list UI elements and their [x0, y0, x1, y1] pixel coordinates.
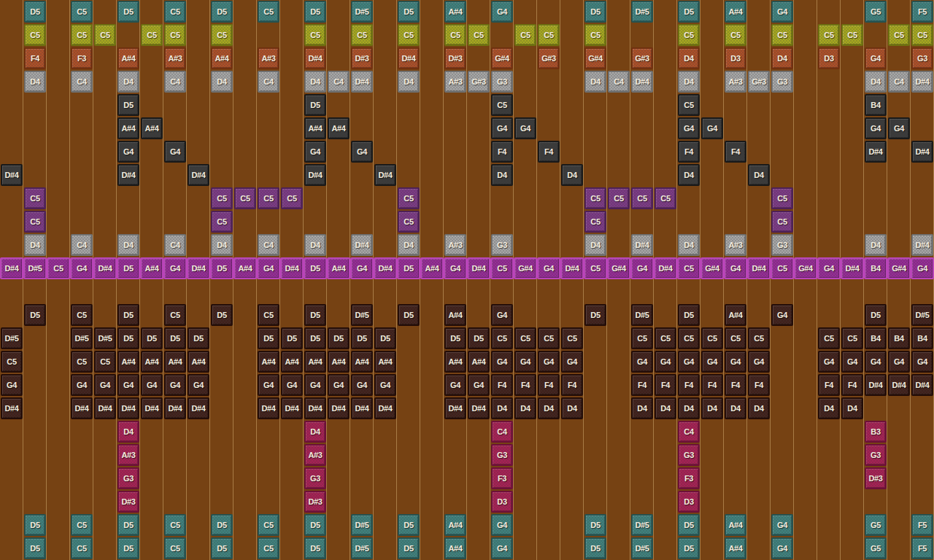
note-block[interactable]: D5 [117, 1, 139, 23]
note-block[interactable]: D4 [211, 71, 233, 93]
note-block[interactable]: D3 [491, 491, 513, 513]
note-block[interactable]: D#4 [1, 397, 23, 419]
note-block-selected[interactable]: G4 [817, 257, 841, 279]
note-block[interactable]: G4 [1, 374, 23, 396]
note-block[interactable]: F4 [701, 374, 723, 396]
note-block[interactable]: D#3 [304, 491, 326, 513]
note-block[interactable]: D#4 [258, 397, 279, 419]
note-block[interactable]: D#4 [328, 397, 350, 419]
note-block[interactable]: C4 [258, 71, 279, 93]
note-block[interactable]: D5 [398, 304, 420, 326]
note-block[interactable]: A#4 [725, 514, 746, 536]
note-block[interactable]: C4 [164, 234, 186, 256]
note-block[interactable]: C5 [398, 211, 420, 233]
note-block-selected[interactable]: D#4 [747, 257, 771, 279]
note-block[interactable]: D4 [398, 71, 420, 93]
note-block[interactable]: C5 [818, 327, 840, 349]
note-block[interactable]: C5 [514, 327, 536, 349]
note-block[interactable]: D5 [468, 327, 490, 349]
note-block[interactable]: A#3 [725, 234, 746, 256]
note-block[interactable]: D#3 [117, 491, 139, 513]
note-block[interactable]: C5 [258, 187, 279, 209]
note-block[interactable]: D4 [514, 397, 536, 419]
note-block[interactable]: D4 [678, 234, 700, 256]
note-block[interactable]: C5 [164, 514, 186, 536]
note-block[interactable]: D4 [304, 234, 326, 256]
note-block[interactable]: D#4 [865, 374, 887, 396]
note-block[interactable]: A#4 [304, 351, 326, 373]
note-block[interactable]: D4 [584, 234, 606, 256]
note-block[interactable]: C5 [841, 327, 863, 349]
note-block[interactable]: C5 [538, 24, 560, 46]
note-block[interactable]: D5 [398, 514, 420, 536]
note-block[interactable]: C5 [94, 24, 116, 46]
note-block[interactable]: D#5 [631, 537, 653, 559]
note-block[interactable]: G4 [771, 537, 793, 559]
note-block[interactable]: D#5 [351, 304, 373, 326]
note-block[interactable]: D4 [678, 47, 700, 69]
note-block[interactable]: D#5 [351, 514, 373, 536]
note-block[interactable]: G4 [771, 1, 793, 23]
note-block[interactable]: C5 [748, 327, 770, 349]
note-block[interactable]: C5 [701, 327, 723, 349]
note-block-selected[interactable]: G4 [257, 257, 280, 279]
note-block[interactable]: G4 [631, 351, 653, 373]
note-block[interactable]: C5 [655, 187, 676, 209]
note-block[interactable]: D4 [678, 397, 700, 419]
note-block-selected[interactable]: C5 [677, 257, 700, 279]
note-block[interactable]: B4 [865, 327, 887, 349]
note-block[interactable]: C5 [71, 24, 93, 46]
note-block[interactable]: C5 [164, 1, 186, 23]
note-block[interactable]: A#4 [374, 351, 396, 373]
note-block[interactable]: D#5 [351, 537, 373, 559]
note-block[interactable]: G4 [328, 374, 350, 396]
note-block[interactable]: D#4 [911, 141, 933, 163]
note-block[interactable]: C5 [164, 304, 186, 326]
note-block[interactable]: C5 [258, 1, 279, 23]
note-block[interactable]: D5 [398, 537, 420, 559]
note-block-selected[interactable]: G4 [724, 257, 747, 279]
note-block[interactable]: G4 [444, 374, 466, 396]
note-block[interactable]: D4 [678, 71, 700, 93]
note-block[interactable]: A#4 [328, 117, 350, 139]
note-block[interactable]: F4 [678, 141, 700, 163]
note-block-selected[interactable]: A#4 [327, 257, 350, 279]
note-block[interactable]: G4 [865, 117, 887, 139]
note-block[interactable]: D5 [117, 304, 139, 326]
note-block[interactable]: C5 [911, 24, 933, 46]
note-block[interactable]: C5 [725, 327, 746, 349]
note-block[interactable]: D#4 [911, 234, 933, 256]
note-block[interactable]: C5 [444, 24, 466, 46]
note-block-selected[interactable]: G4 [163, 257, 187, 279]
note-block[interactable]: F4 [24, 47, 46, 69]
note-block[interactable]: G4 [818, 351, 840, 373]
note-block[interactable]: C5 [771, 211, 793, 233]
note-block[interactable]: G#3 [748, 71, 770, 93]
note-block[interactable]: D#5 [631, 514, 653, 536]
note-block[interactable]: D3 [818, 47, 840, 69]
note-block[interactable]: D5 [584, 514, 606, 536]
note-block[interactable]: C5 [584, 211, 606, 233]
note-block[interactable]: C5 [281, 187, 303, 209]
note-block[interactable]: D#5 [631, 1, 653, 23]
note-block[interactable]: C5 [211, 24, 233, 46]
note-block[interactable]: G4 [491, 537, 513, 559]
note-block[interactable]: D5 [865, 304, 887, 326]
note-block[interactable]: C5 [258, 304, 279, 326]
note-block[interactable]: C5 [24, 24, 46, 46]
note-block-selected[interactable]: G4 [444, 257, 467, 279]
note-block-selected[interactable]: D#4 [841, 257, 864, 279]
note-block[interactable]: A#4 [117, 47, 139, 69]
note-block-selected[interactable]: A#4 [234, 257, 257, 279]
note-block[interactable]: C5 [304, 24, 326, 46]
note-block[interactable]: C5 [71, 351, 93, 373]
note-block[interactable]: D#3 [865, 467, 887, 489]
note-block[interactable]: D4 [818, 397, 840, 419]
note-block-selected[interactable]: G#4 [887, 257, 911, 279]
note-block[interactable]: F5 [911, 537, 933, 559]
note-block[interactable]: G4 [281, 374, 303, 396]
note-block[interactable]: C5 [655, 327, 676, 349]
note-block[interactable]: F5 [911, 514, 933, 536]
note-block[interactable]: G3 [491, 71, 513, 93]
note-block[interactable]: A#4 [304, 117, 326, 139]
